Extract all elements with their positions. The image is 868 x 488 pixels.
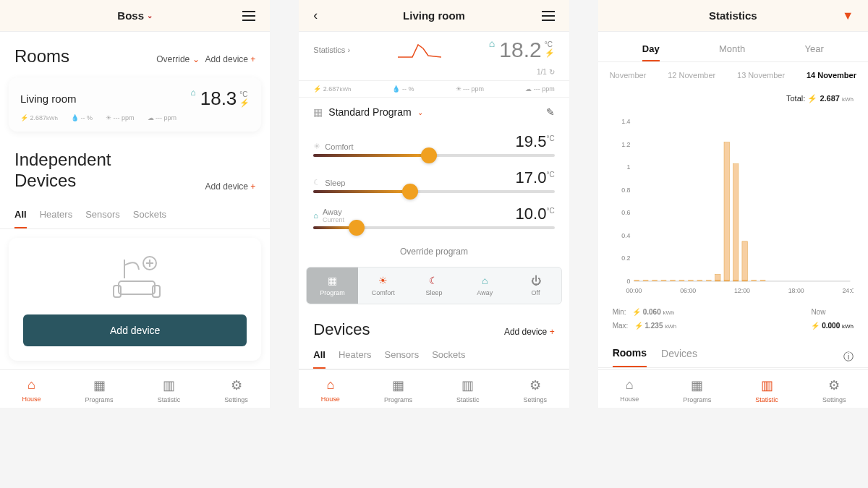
away-slider[interactable]: ⌂ AwayCurrent 10.0°C — [313, 205, 554, 229]
now-value: ⚡ 0.000 kWh — [811, 322, 854, 330]
add-device-button[interactable]: Add device — [23, 314, 247, 346]
nav-house[interactable]: ⌂House — [620, 377, 639, 403]
mode-sleep[interactable]: ☾Sleep — [409, 267, 459, 304]
svg-text:00:00: 00:00 — [626, 287, 642, 294]
max-value: Max: ⚡ 1.235 kWh — [613, 322, 677, 330]
svg-rect-32 — [733, 164, 738, 281]
tab-rooms[interactable]: Rooms — [613, 347, 647, 367]
filter-icon[interactable]: ▼ — [842, 9, 854, 22]
page-title: Statistics — [709, 9, 757, 22]
chart-icon: ▥ — [163, 377, 175, 393]
tab-heaters[interactable]: Heaters — [339, 349, 372, 369]
add-device-link[interactable]: Add device + — [205, 54, 256, 64]
sofa-plus-icon — [103, 252, 168, 303]
nav-statistic[interactable]: ▥Statistic — [158, 377, 181, 403]
room-name: Living room — [20, 93, 77, 105]
sun-icon: ☀ — [378, 275, 388, 286]
nav-house[interactable]: ⌂House — [321, 377, 340, 403]
gear-icon: ⚙ — [529, 377, 541, 393]
bolt-icon: ⚡ — [634, 322, 643, 330]
mode-off[interactable]: ⏻Off — [510, 267, 561, 304]
tab-year[interactable]: Year — [805, 43, 824, 61]
tab-heaters[interactable]: Heaters — [40, 209, 73, 228]
svg-text:1.2: 1.2 — [621, 141, 630, 148]
svg-rect-25 — [697, 280, 702, 281]
mode-away[interactable]: ⌂Away — [459, 267, 510, 304]
bolt-icon: ⚡ — [239, 98, 250, 107]
tab-sockets[interactable]: Sockets — [133, 209, 166, 228]
tab-devices[interactable]: Devices — [661, 348, 697, 367]
total-display: Total: ⚡ 2.687 kWh — [598, 88, 868, 109]
svg-rect-0 — [119, 281, 155, 294]
calendar-check-icon: ▦ — [313, 106, 323, 118]
svg-text:1.4: 1.4 — [621, 118, 630, 125]
moon-icon: ☾ — [429, 275, 438, 286]
comfort-slider[interactable]: ☀ Comfort 19.5°C — [313, 132, 554, 157]
back-button[interactable]: ‹ — [313, 8, 318, 23]
svg-rect-19 — [643, 280, 648, 281]
svg-text:0.2: 0.2 — [621, 254, 630, 262]
nav-statistic[interactable]: ▥Statistic — [755, 377, 778, 403]
tab-sensors[interactable]: Sensors — [384, 349, 419, 369]
nav-settings[interactable]: ⚙Settings — [224, 377, 248, 403]
menu-icon[interactable] — [542, 11, 555, 21]
home-icon: ⌂ — [27, 377, 35, 393]
tab-all[interactable]: All — [14, 209, 27, 228]
svg-rect-21 — [660, 280, 665, 281]
mode-comfort[interactable]: ☀Comfort — [358, 267, 409, 304]
svg-rect-24 — [688, 280, 693, 281]
svg-rect-20 — [652, 280, 657, 281]
add-device-link[interactable]: Add device + — [205, 181, 256, 192]
tab-sockets[interactable]: Sockets — [432, 349, 465, 369]
briefcase-icon: ⌂ — [313, 211, 318, 220]
gear-icon: ⚙ — [828, 377, 840, 393]
user-selector[interactable]: Boss ⌄ — [117, 9, 153, 22]
home-icon: ⌂ — [326, 377, 334, 393]
tab-month[interactable]: Month — [719, 43, 745, 61]
empty-device-card: Add device — [9, 238, 261, 361]
page-title: Living room — [403, 9, 465, 22]
override-link[interactable]: Override ⌄ — [156, 54, 199, 64]
nav-programs[interactable]: ▦Programs — [384, 377, 412, 403]
svg-rect-1 — [114, 286, 121, 297]
nav-settings[interactable]: ⚙Settings — [822, 377, 846, 403]
sun-icon: ☀ — [106, 114, 111, 121]
sleep-slider[interactable]: ☾ Sleep 17.0°C — [313, 168, 554, 193]
chevron-down-icon: ⌄ — [147, 12, 153, 20]
chevron-down-icon: ⌄ — [417, 108, 423, 116]
mode-program[interactable]: ▦Program — [307, 267, 357, 304]
chart-icon: ▥ — [761, 377, 773, 393]
nav-house[interactable]: ⌂House — [22, 377, 41, 403]
nav-statistic[interactable]: ▥Statistic — [456, 377, 480, 403]
room-card[interactable]: Living room ⌂ 18.3 °C⚡ ⚡ 2.687kWh 💧 -- %… — [9, 77, 261, 132]
calendar-icon: ▦ — [93, 377, 106, 393]
bolt-icon: ⚡ — [811, 322, 820, 330]
briefcase-icon: ⌂ — [489, 38, 495, 49]
tab-all[interactable]: All — [313, 349, 326, 369]
statistics-link[interactable]: Statistics › — [313, 46, 350, 54]
bolt-icon: ⚡ — [545, 48, 555, 57]
devices-heading: Devices — [313, 320, 370, 339]
edit-icon[interactable]: ✎ — [546, 106, 555, 118]
menu-icon[interactable] — [242, 11, 255, 21]
calendar-icon: ▦ — [691, 377, 703, 393]
date-selector[interactable]: November 12 November 13 November 14 Nove… — [598, 62, 868, 88]
nav-settings[interactable]: ⚙Settings — [524, 377, 548, 403]
override-program-link[interactable]: Override program — [299, 241, 569, 267]
room-temperature: 18.3 °C⚡ — [200, 87, 250, 110]
nav-programs[interactable]: ▦Programs — [683, 377, 711, 403]
svg-text:18:00: 18:00 — [788, 287, 804, 294]
cloud-icon: ☁ — [148, 114, 154, 121]
tab-day[interactable]: Day — [642, 43, 660, 61]
bolt-icon: ⚡ — [807, 94, 817, 103]
program-selector[interactable]: ▦ Standard Program ⌄ — [313, 106, 422, 118]
tab-sensors[interactable]: Sensors — [85, 209, 120, 228]
svg-text:0.8: 0.8 — [621, 187, 630, 194]
svg-rect-35 — [751, 280, 756, 281]
paging-indicator: 1/1 ↻ — [299, 68, 569, 80]
nav-programs[interactable]: ▦Programs — [85, 377, 114, 403]
info-icon[interactable]: ⓘ — [843, 351, 854, 364]
svg-rect-36 — [760, 280, 765, 281]
svg-text:0.4: 0.4 — [621, 232, 630, 239]
add-device-link[interactable]: Add device + — [504, 327, 555, 337]
